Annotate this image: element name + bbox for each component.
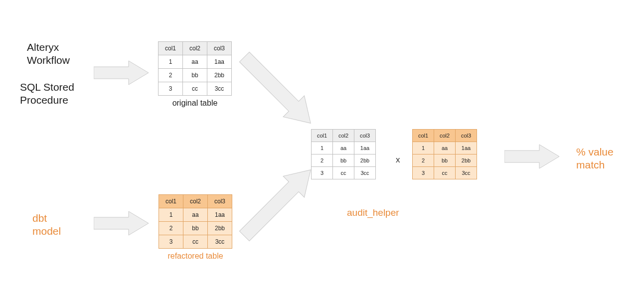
cell: bb [333, 154, 354, 167]
cell: aa [183, 208, 208, 222]
cell: 3cc [208, 235, 232, 249]
svg-marker-0 [94, 61, 149, 85]
compare-right-table: col1 col2 col3 1 aa 1aa 2 bb 2bb 3 cc 3c… [412, 129, 477, 179]
cell: 1aa [456, 142, 477, 154]
table-row: 1 aa 1aa [312, 142, 376, 154]
table-row: 3 cc 3cc [413, 167, 477, 179]
original-table-group: col1 col2 col3 1 aa 1aa 2 bb 2bb 3 cc 3c… [158, 41, 232, 108]
table-row: 2 bb 2bb [159, 222, 232, 235]
svg-marker-3 [237, 163, 321, 247]
cell: 2 [413, 154, 434, 167]
cell: 2bb [208, 222, 232, 235]
table-header-row: col1 col2 col3 [413, 130, 477, 142]
cell: 1aa [207, 55, 232, 69]
col-header: col3 [354, 130, 376, 142]
table-row: 2 bb 2bb [159, 69, 232, 82]
refactored-table-group: col1 col2 col3 1 aa 1aa 2 bb 2bb 3 cc 3c… [159, 194, 232, 261]
cell: 1 [159, 55, 183, 69]
cell: bb [183, 69, 207, 82]
table-row: 1 aa 1aa [413, 142, 477, 154]
cell: aa [333, 142, 354, 154]
col-header: col3 [208, 195, 232, 208]
cell: cc [183, 235, 208, 249]
cell: bb [434, 154, 456, 167]
col-header: col2 [183, 42, 207, 55]
cell: 2bb [354, 154, 376, 167]
col-header: col2 [333, 130, 354, 142]
cell: 3 [159, 235, 183, 249]
table-header-row: col1 col2 col3 [159, 195, 232, 208]
col-header: col1 [159, 42, 183, 55]
arrow-right-icon [504, 142, 560, 171]
cell: 3cc [354, 167, 376, 179]
arrow-right-icon [94, 208, 150, 238]
table-row: 2 bb 2bb [413, 154, 477, 167]
table-row: 3 cc 3cc [159, 235, 232, 249]
col-header: col2 [434, 130, 456, 142]
table-header-row: col1 col2 col3 [159, 42, 232, 55]
table-row: 3 cc 3cc [159, 82, 232, 96]
cell: aa [183, 55, 207, 69]
original-table-caption: original table [158, 99, 232, 108]
arrow-right-icon [94, 58, 150, 88]
compare-operator-x: x [396, 155, 400, 165]
cell: 1aa [354, 142, 376, 154]
cell: 2bb [207, 69, 232, 82]
cell: 1aa [208, 208, 232, 222]
cell: 1 [312, 142, 333, 154]
cell: cc [333, 167, 354, 179]
arrow-diag-down-right-icon [237, 50, 322, 135]
cell: 2 [159, 222, 183, 235]
original-table: col1 col2 col3 1 aa 1aa 2 bb 2bb 3 cc 3c… [158, 41, 232, 96]
cell: 2bb [456, 154, 477, 167]
cell: bb [183, 222, 208, 235]
refactored-table: col1 col2 col3 1 aa 1aa 2 bb 2bb 3 cc 3c… [159, 194, 232, 249]
svg-marker-1 [94, 211, 149, 235]
cell: cc [183, 82, 207, 96]
label-sql-stored-procedure: SQL Stored Procedure [20, 81, 74, 107]
svg-marker-2 [237, 50, 321, 134]
arrow-diag-up-right-icon [237, 163, 322, 248]
col-header: col2 [183, 195, 208, 208]
cell: 3cc [207, 82, 232, 96]
compare-right-table-group: col1 col2 col3 1 aa 1aa 2 bb 2bb 3 cc 3c… [412, 129, 477, 179]
cell: 1 [159, 208, 183, 222]
table-row: 1 aa 1aa [159, 208, 232, 222]
col-header: col3 [207, 42, 232, 55]
cell: 3cc [456, 167, 477, 179]
cell: 3 [159, 82, 183, 96]
label-result-value-match: % value match [576, 146, 614, 172]
cell: 3 [413, 167, 434, 179]
cell: 1 [413, 142, 434, 154]
table-row: 1 aa 1aa [159, 55, 232, 69]
label-audit-helper: audit_helper [347, 207, 399, 218]
label-alteryx-workflow: Alteryx Workflow [27, 41, 70, 67]
col-header: col3 [456, 130, 477, 142]
svg-marker-4 [504, 145, 559, 168]
col-header: col1 [159, 195, 183, 208]
label-dbt-model: dbt model [32, 212, 61, 238]
cell: aa [434, 142, 456, 154]
cell: cc [434, 167, 456, 179]
cell: 2 [159, 69, 183, 82]
col-header: col1 [413, 130, 434, 142]
refactored-table-caption: refactored table [159, 252, 232, 261]
